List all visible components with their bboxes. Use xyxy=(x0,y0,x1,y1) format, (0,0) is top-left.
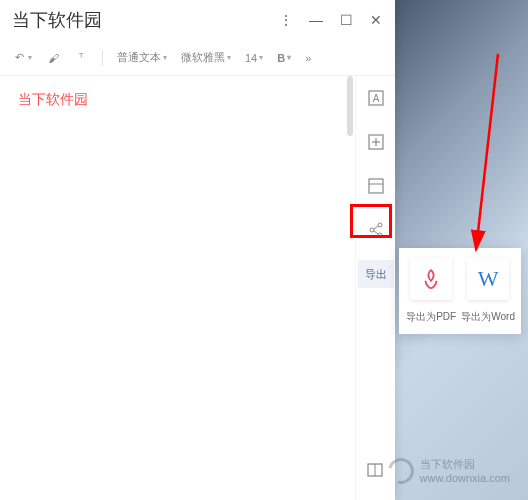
export-word-option[interactable]: W 导出为Word xyxy=(461,258,515,324)
plus-box-icon xyxy=(368,134,384,150)
titlebar: 当下软件园 ⋮ — ☐ ✕ xyxy=(0,0,395,40)
bold-label: B xyxy=(277,52,285,64)
svg-point-9 xyxy=(378,233,382,237)
editor-toolbar: ↶ ▾ 🖌 ᵀ 普通文本 ▾ 微软雅黑 ▾ 14 ▾ B ▾ » xyxy=(0,40,395,76)
export-word-label: 导出为Word xyxy=(461,310,515,324)
document-text: 当下软件园 xyxy=(18,91,88,107)
export-panel: 导出为PDF W 导出为Word xyxy=(399,248,521,334)
columns-icon xyxy=(367,462,383,478)
chevron-down-icon: ▾ xyxy=(163,53,167,62)
svg-line-10 xyxy=(374,226,378,229)
chevron-down-icon: ▾ xyxy=(227,53,231,62)
chevron-down-icon: ▾ xyxy=(259,53,263,62)
layout-icon xyxy=(368,178,384,194)
close-button[interactable]: ✕ xyxy=(369,13,383,27)
watermark-url: www.downxia.com xyxy=(420,472,510,484)
font-size-label: 14 xyxy=(245,52,257,64)
more-format-button[interactable]: » xyxy=(305,52,311,64)
watermark-name: 当下软件园 xyxy=(420,457,510,472)
font-size-dropdown[interactable]: 14 ▾ xyxy=(245,52,263,64)
minimize-button[interactable]: — xyxy=(309,13,323,27)
svg-line-14 xyxy=(476,54,498,250)
app-window: 当下软件园 ⋮ — ☐ ✕ ↶ ▾ 🖌 ᵀ 普通文本 ▾ 微软雅黑 ▾ 14 xyxy=(0,0,395,500)
undo-icon: ↶ xyxy=(12,51,26,65)
font-family-dropdown[interactable]: 微软雅黑 ▾ xyxy=(181,50,231,65)
side-toolbar: A 导出 xyxy=(355,76,395,500)
word-icon: W xyxy=(467,258,509,300)
export-pdf-option[interactable]: 导出为PDF xyxy=(405,258,457,324)
reading-mode-button[interactable] xyxy=(361,456,389,484)
svg-rect-5 xyxy=(369,179,383,193)
pdf-icon xyxy=(410,258,452,300)
eraser-icon: ᵀ xyxy=(74,51,88,65)
export-button[interactable]: 导出 xyxy=(358,260,394,288)
watermark-logo-icon xyxy=(383,453,419,489)
font-family-label: 微软雅黑 xyxy=(181,50,225,65)
svg-point-8 xyxy=(370,228,374,232)
watermark: 当下软件园 www.downxia.com xyxy=(388,457,510,484)
scrollbar[interactable] xyxy=(347,76,353,136)
layout-button[interactable] xyxy=(362,172,390,200)
window-title: 当下软件园 xyxy=(12,8,102,32)
export-pdf-label: 导出为PDF xyxy=(406,310,456,324)
brush-icon: 🖌 xyxy=(46,51,60,65)
insert-button[interactable] xyxy=(362,128,390,156)
format-paint-button[interactable]: 🖌 xyxy=(46,51,60,65)
clear-format-button[interactable]: ᵀ xyxy=(74,51,88,65)
watermark-text: 当下软件园 www.downxia.com xyxy=(420,457,510,484)
text-box-icon: A xyxy=(368,90,384,106)
undo-button[interactable]: ↶ ▾ xyxy=(12,51,32,65)
share-button[interactable] xyxy=(362,216,390,244)
separator xyxy=(102,50,103,66)
export-label: 导出 xyxy=(365,267,387,282)
text-style-dropdown[interactable]: 普通文本 ▾ xyxy=(117,50,167,65)
outline-button[interactable]: A xyxy=(362,84,390,112)
svg-line-11 xyxy=(374,231,378,234)
main-area: 当下软件园 A 导出 xyxy=(0,76,395,500)
share-icon xyxy=(368,222,384,238)
text-style-label: 普通文本 xyxy=(117,50,161,65)
svg-text:A: A xyxy=(372,93,379,104)
chevron-down-icon: ▾ xyxy=(287,53,291,62)
svg-point-7 xyxy=(378,223,382,227)
editor-canvas[interactable]: 当下软件园 xyxy=(0,76,355,500)
maximize-button[interactable]: ☐ xyxy=(339,13,353,27)
bold-button[interactable]: B ▾ xyxy=(277,52,291,64)
chevron-down-icon: ▾ xyxy=(28,53,32,62)
window-controls: ⋮ — ☐ ✕ xyxy=(279,13,383,27)
more-icon[interactable]: ⋮ xyxy=(279,13,293,27)
